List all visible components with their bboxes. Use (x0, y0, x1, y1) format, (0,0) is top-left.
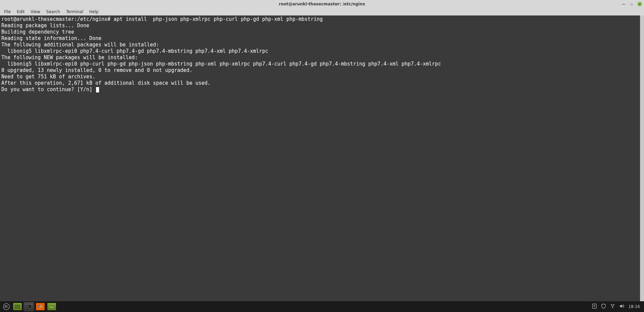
mint-logo-icon (3, 303, 10, 310)
svg-point-0 (3, 304, 9, 310)
clock[interactable]: 18:16 (628, 304, 640, 309)
terminal-line: 0 upgraded, 13 newly installed, 0 to rem… (1, 67, 192, 73)
cursor (96, 87, 99, 92)
terminal-line: Building dependency tree (1, 29, 74, 35)
system-tray: 18:16 (592, 304, 642, 310)
menu-search[interactable]: Search (44, 9, 63, 15)
terminal-line: Need to get 751 kB of archives. (1, 74, 95, 80)
menu-help[interactable]: Help (87, 9, 101, 15)
menu-file[interactable]: File (1, 9, 13, 15)
window-title: root@arunkl-thesecmaster: /etc/nginx (279, 2, 365, 6)
files-launcher[interactable] (47, 303, 56, 311)
terminal-command: apt install php-json php-xmlrpc php-curl… (110, 16, 323, 22)
updates-icon[interactable] (592, 304, 597, 310)
menubar: File Edit View Search Terminal Help (0, 8, 644, 15)
firefox-icon (38, 304, 43, 309)
svg-text:$_: $_ (27, 305, 30, 308)
terminal-line: libonig5 libxmlrpc-epi0 php-curl php-gd … (1, 61, 441, 67)
terminal-line: libonig5 libxmlrpc-epi0 php7.4-curl php7… (1, 48, 268, 54)
menu-view[interactable]: View (28, 9, 43, 15)
menu-terminal[interactable]: Terminal (63, 9, 86, 15)
terminal-area[interactable]: root@arunkl-thesecmaster:/etc/nginx# apt… (0, 15, 644, 301)
terminal-line: Reading package lists... Done (1, 23, 89, 29)
desktop-icon (15, 305, 20, 309)
close-button[interactable]: × (637, 2, 642, 6)
taskbar: $_ 18:16 (0, 301, 644, 312)
volume-icon[interactable] (619, 304, 624, 310)
folder-icon (49, 304, 55, 309)
start-menu-button[interactable] (2, 302, 11, 311)
minimize-button[interactable]: — (621, 2, 626, 6)
shield-icon[interactable] (601, 304, 606, 310)
terminal-prompt: root@arunkl-thesecmaster:/etc/nginx# (1, 16, 110, 22)
terminal-line: The following NEW packages will be insta… (1, 54, 138, 61)
maximize-button[interactable]: ◇ (629, 2, 634, 6)
window-controls: — ◇ × (621, 0, 642, 8)
svg-rect-1 (15, 305, 20, 309)
firefox-launcher[interactable] (36, 303, 45, 311)
terminal-launcher[interactable]: $_ (24, 303, 34, 311)
terminal-line: After this operation, 2,671 kB of additi… (1, 80, 211, 86)
terminal-icon: $_ (26, 305, 32, 309)
menu-edit[interactable]: Edit (14, 9, 27, 15)
terminal-content[interactable]: root@arunkl-thesecmaster:/etc/nginx# apt… (0, 15, 640, 301)
titlebar: root@arunkl-thesecmaster: /etc/nginx — ◇… (0, 0, 644, 8)
scrollbar[interactable] (640, 15, 644, 301)
network-icon[interactable] (610, 304, 615, 310)
show-desktop-button[interactable] (13, 303, 22, 311)
terminal-line: Do you want to continue? [Y/n] (1, 86, 95, 92)
terminal-line: The following additional packages will b… (1, 42, 159, 48)
terminal-line: Reading state information... Done (1, 35, 101, 41)
